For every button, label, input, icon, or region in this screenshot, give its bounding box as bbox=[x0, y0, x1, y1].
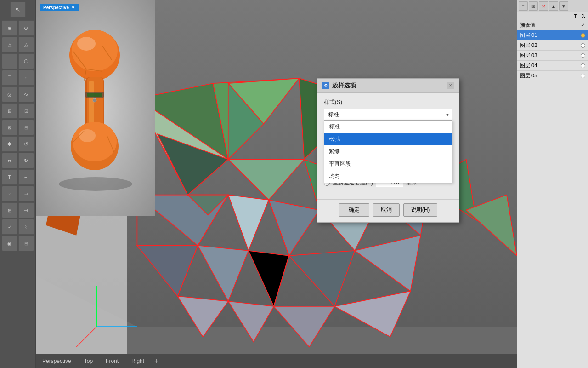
dialog-close-button[interactable]: × bbox=[447, 82, 454, 89]
rp-btn-4[interactable]: ▲ bbox=[549, 1, 558, 11]
layer-name-03: 图层 03 bbox=[520, 52, 579, 59]
dropdown-list: 标准 松弛 紧绷 平直区段 均匀 bbox=[324, 120, 452, 183]
rp-col-j: J. bbox=[581, 13, 585, 19]
layer-tool[interactable]: ⊟ bbox=[18, 236, 34, 251]
scale-tool[interactable]: ⇔ bbox=[2, 153, 17, 168]
layer-dot-04 bbox=[581, 63, 585, 68]
perspective-label: Perspective bbox=[43, 5, 69, 10]
rp-btn-3[interactable]: ✕ bbox=[539, 1, 548, 11]
dialog-title-left: ⚙ 放样选项 bbox=[322, 81, 356, 90]
dim-tool[interactable]: ⌇ bbox=[18, 219, 34, 235]
curve-tool[interactable]: ⊙ bbox=[18, 20, 34, 36]
rp-col-t: T. bbox=[574, 13, 578, 19]
dialog-title: 放样选项 bbox=[332, 81, 356, 90]
layer-item-05[interactable]: 图层 05 bbox=[517, 71, 588, 81]
preset-section: 预设值 ✓ bbox=[517, 20, 588, 30]
dialog-icon: ⚙ bbox=[322, 82, 329, 89]
tab-right[interactable]: Right bbox=[129, 356, 147, 366]
ok-button[interactable]: 确定 bbox=[339, 203, 369, 217]
layer-name-04: 图层 04 bbox=[520, 62, 579, 69]
dropdown-item-straight[interactable]: 平直区段 bbox=[324, 158, 452, 170]
layer-dot-02 bbox=[581, 43, 585, 48]
layer-item-02[interactable]: 图层 02 bbox=[517, 40, 588, 51]
preset-label: 预设值 bbox=[520, 22, 535, 29]
select-tool[interactable]: ↖ bbox=[10, 2, 26, 17]
dropdown-item-uniform[interactable]: 均匀 bbox=[324, 170, 452, 183]
svg-rect-64 bbox=[87, 93, 102, 97]
mesh-tool[interactable]: ⊠ bbox=[2, 120, 17, 135]
dropdown-item-standard[interactable]: 标准 bbox=[324, 121, 452, 133]
layer-dot-03 bbox=[581, 53, 585, 58]
viewport-area: Perspective ▼ bbox=[36, 0, 588, 368]
line-tool[interactable]: △ bbox=[2, 37, 17, 52]
svg-point-65 bbox=[93, 98, 96, 102]
surface-tool[interactable]: ⊞ bbox=[2, 103, 17, 119]
perspective-dropdown[interactable]: Perspective ▼ bbox=[40, 4, 79, 12]
preview-panel bbox=[36, 0, 155, 216]
circle-tool[interactable]: ○ bbox=[18, 70, 34, 86]
layer-dot-01 bbox=[581, 33, 585, 38]
move-tool[interactable]: ↺ bbox=[18, 136, 34, 152]
sub-tool[interactable]: ⊟ bbox=[18, 120, 34, 135]
rp-btn-2[interactable]: ⊞ bbox=[529, 1, 538, 11]
help-button[interactable]: 说明(H) bbox=[403, 203, 438, 217]
trim-tool[interactable]: T bbox=[2, 169, 17, 185]
cancel-button[interactable]: 取消 bbox=[373, 203, 400, 217]
dropdown-item-loose[interactable]: 松弛 bbox=[324, 133, 452, 145]
dialog-icon-char: ⚙ bbox=[324, 83, 328, 88]
viewport-label: Perspective ▼ bbox=[40, 4, 79, 12]
preview-scene bbox=[36, 0, 155, 216]
dialog-footer: 确定 取消 说明(H) bbox=[317, 199, 459, 222]
tab-front[interactable]: Front bbox=[103, 356, 121, 366]
transform-tool[interactable]: ✱ bbox=[2, 136, 17, 152]
rp-btn-1[interactable]: ≡ bbox=[519, 1, 528, 11]
solid-tool[interactable]: ⊡ bbox=[18, 103, 34, 119]
tab-add-button[interactable]: + bbox=[154, 357, 158, 365]
extend-tool[interactable]: ⌐ bbox=[18, 169, 34, 185]
layer-item-01[interactable]: 图层 01 bbox=[517, 30, 588, 40]
svg-point-59 bbox=[73, 122, 117, 161]
layer-name-01: 图层 01 bbox=[520, 32, 579, 39]
layer-name-02: 图层 02 bbox=[520, 42, 579, 49]
style-select-container: 标准 ▼ 标准 松弛 紧绷 平直区段 均匀 bbox=[324, 109, 452, 120]
layer-name-05: 图层 05 bbox=[520, 72, 579, 79]
mirror-tool[interactable]: ⊣ bbox=[18, 202, 34, 218]
left-toolbar: ↖ ⊕ ⊙ △ △ □ ⬡ ⌒ ○ ◎ ∿ ⊞ bbox=[0, 0, 36, 368]
polygon-tool[interactable]: ⬡ bbox=[18, 53, 34, 69]
svg-point-49 bbox=[72, 30, 118, 71]
rotate-tool[interactable]: ↻ bbox=[18, 153, 34, 168]
svg-rect-57 bbox=[89, 80, 94, 124]
preset-check: ✓ bbox=[581, 22, 585, 29]
polyline-tool[interactable]: △ bbox=[18, 37, 34, 52]
osnap-tool[interactable]: ◉ bbox=[2, 236, 17, 251]
style-section: 样式(S) 标准 ▼ 标准 松弛 紧绷 平直区段 均匀 bbox=[324, 98, 452, 120]
right-panel: ≡ ⊞ ✕ ▲ ▼ T. J. 预设值 ✓ 图层 01 bbox=[517, 0, 588, 368]
loft-dialog[interactable]: ⚙ 放样选项 × 样式(S) 标准 ▼ 标准 bbox=[317, 78, 459, 223]
array-tool[interactable]: ⊞ bbox=[2, 202, 17, 218]
dropdown-arrow: ▼ bbox=[71, 5, 75, 10]
layer-item-04[interactable]: 图层 04 bbox=[517, 61, 588, 71]
svg-point-50 bbox=[77, 37, 96, 51]
bottom-tabs: Perspective Top Front Right + bbox=[36, 354, 517, 368]
layer-item-03[interactable]: 图层 03 bbox=[517, 51, 588, 61]
point-tool[interactable]: ⊕ bbox=[2, 20, 17, 36]
arc-tool[interactable]: ⌒ bbox=[2, 70, 17, 86]
style-select[interactable]: 标准 bbox=[324, 109, 452, 120]
ellipse-tool[interactable]: ◎ bbox=[2, 86, 17, 102]
analyze-tool[interactable]: ✓ bbox=[2, 219, 17, 235]
layer-dot-05 bbox=[581, 74, 585, 78]
tab-top[interactable]: Top bbox=[81, 356, 96, 366]
svg-point-60 bbox=[79, 129, 96, 142]
dialog-body: 样式(S) 标准 ▼ 标准 松弛 紧绷 平直区段 均匀 bbox=[317, 93, 459, 197]
style-label: 样式(S) bbox=[324, 98, 452, 106]
rp-btn-5[interactable]: ▼ bbox=[559, 1, 568, 11]
spline-tool[interactable]: ∿ bbox=[18, 86, 34, 102]
rp-toolbar: ≡ ⊞ ✕ ▲ ▼ bbox=[517, 0, 588, 12]
fillet-tool[interactable]: ⌣ bbox=[2, 186, 17, 201]
blend-tool[interactable]: ⊸ bbox=[18, 186, 34, 201]
dropdown-item-tight[interactable]: 紧绷 bbox=[324, 145, 452, 158]
dialog-titlebar: ⚙ 放样选项 × bbox=[317, 79, 459, 93]
tab-perspective[interactable]: Perspective bbox=[40, 356, 74, 366]
rect-tool[interactable]: □ bbox=[2, 53, 17, 69]
svg-point-47 bbox=[59, 177, 132, 191]
